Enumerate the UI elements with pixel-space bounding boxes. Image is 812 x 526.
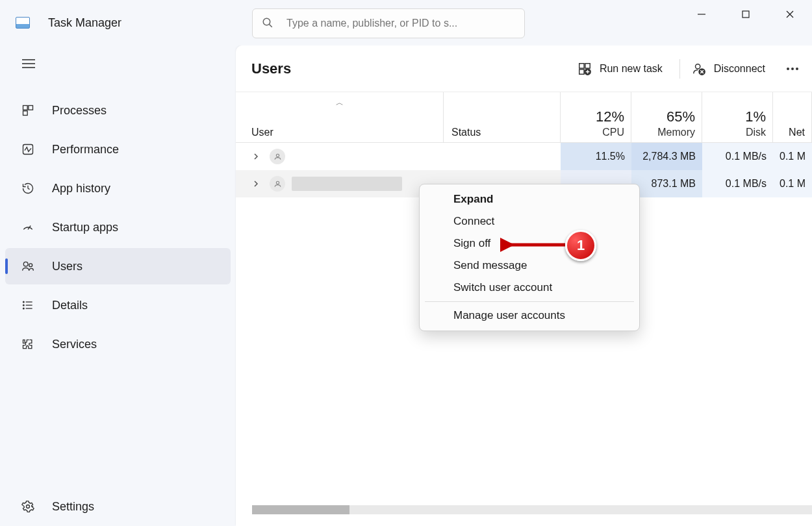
svg-rect-25: [579, 69, 584, 73]
run-task-icon: [577, 62, 592, 76]
list-icon: [21, 298, 35, 312]
sidebar-item-label: Settings: [52, 500, 94, 514]
redacted-username: [292, 177, 402, 191]
net-label: Net: [789, 127, 805, 138]
svg-point-21: [23, 308, 25, 309]
svg-line-1: [270, 24, 272, 27]
svg-point-15: [29, 264, 32, 267]
horizontal-scrollbar[interactable]: [252, 505, 812, 514]
col-user[interactable]: ︿ User: [236, 92, 444, 142]
column-headers: ︿ User Status 12% CPU 65% Memory 1% Disk: [236, 92, 812, 143]
col-user-label: User: [251, 127, 273, 138]
svg-rect-23: [579, 63, 584, 68]
sidebar-item-label: Performance: [52, 143, 119, 157]
page-title: Users: [251, 60, 291, 77]
chevron-up-icon: ︿: [336, 97, 344, 108]
sidebar-item-label: Users: [52, 260, 82, 273]
context-menu: Expand Connect Sign off Send message Swi…: [419, 184, 640, 331]
menu-switch-user[interactable]: Switch user account: [420, 277, 639, 299]
svg-point-0: [263, 18, 270, 25]
disconnect-label: Disconnect: [714, 63, 765, 75]
maximize-button[interactable]: [724, 0, 768, 29]
sidebar-item-performance[interactable]: Performance: [5, 131, 231, 168]
cell-net: 0.1 M: [773, 143, 812, 170]
svg-rect-11: [23, 111, 28, 116]
run-new-task-button[interactable]: Run new task: [570, 56, 670, 81]
minimize-button[interactable]: [679, 0, 724, 29]
activity-icon: [21, 142, 35, 157]
hamburger-button[interactable]: [13, 51, 44, 77]
chevron-right-icon[interactable]: [249, 153, 263, 160]
sidebar-item-label: Startup apps: [52, 221, 118, 234]
svg-point-33: [787, 68, 789, 70]
more-button[interactable]: [778, 56, 807, 82]
sidebar: Processes Performance App history Startu…: [0, 45, 236, 526]
cell-disk: 0.1 MB/s: [702, 170, 773, 197]
disk-label: Disk: [746, 127, 766, 138]
main-header: Users Run new task Disconnect: [236, 45, 812, 92]
app-icon-wrap: [0, 17, 45, 29]
svg-point-14: [23, 262, 28, 266]
puzzle-icon: [21, 337, 35, 351]
col-memory[interactable]: 65% Memory: [631, 92, 702, 142]
cell-memory: 873.1 MB: [631, 170, 702, 197]
menu-expand[interactable]: Expand: [420, 188, 639, 210]
user-avatar-icon: [270, 149, 285, 164]
cell-user: [236, 143, 444, 170]
svg-rect-3: [742, 11, 749, 18]
sidebar-item-processes[interactable]: Processes: [5, 92, 231, 129]
window-controls: [679, 0, 812, 29]
close-button[interactable]: [768, 0, 812, 29]
disconnect-icon: [692, 62, 706, 76]
svg-point-20: [23, 305, 25, 306]
search-box[interactable]: [252, 8, 525, 38]
svg-rect-24: [585, 63, 590, 68]
menu-connect[interactable]: Connect: [420, 210, 639, 232]
cell-disk: 0.1 MB/s: [702, 143, 773, 170]
search-input[interactable]: [286, 18, 515, 29]
user-avatar-icon: [270, 176, 285, 192]
svg-point-35: [796, 68, 798, 70]
app-icon: [16, 17, 30, 29]
svg-point-19: [23, 301, 25, 303]
titlebar: Task Manager: [0, 0, 812, 45]
scrollbar-thumb[interactable]: [252, 505, 349, 514]
chevron-right-icon[interactable]: [249, 181, 263, 187]
svg-point-34: [791, 68, 794, 70]
sidebar-item-label: Processes: [52, 104, 107, 118]
svg-point-29: [695, 64, 700, 68]
sidebar-item-services[interactable]: Services: [5, 326, 231, 362]
menu-sign-off[interactable]: Sign off: [420, 232, 639, 255]
workspace: Processes Performance App history Startu…: [0, 45, 812, 526]
disconnect-button[interactable]: Disconnect: [684, 56, 773, 81]
run-new-task-label: Run new task: [600, 63, 663, 75]
col-cpu[interactable]: 12% CPU: [561, 92, 631, 142]
history-icon: [21, 181, 35, 195]
cpu-label: CPU: [602, 127, 624, 138]
col-disk[interactable]: 1% Disk: [702, 92, 773, 142]
sidebar-item-details[interactable]: Details: [5, 287, 231, 323]
sidebar-item-settings[interactable]: Settings: [5, 488, 231, 525]
cpu-value: 12%: [596, 108, 624, 125]
svg-point-22: [27, 505, 30, 508]
sidebar-item-app-history[interactable]: App history: [5, 170, 231, 207]
sidebar-item-label: Services: [52, 338, 97, 351]
sidebar-item-label: Details: [52, 299, 88, 312]
sidebar-item-label: App history: [52, 182, 110, 195]
svg-rect-10: [29, 106, 33, 110]
app-title: Task Manager: [45, 16, 121, 30]
col-status[interactable]: Status: [444, 92, 561, 142]
table-row[interactable]: 11.5% 2,784.3 MB 0.1 MB/s 0.1 M: [236, 143, 812, 170]
grid-icon: [21, 103, 35, 118]
cell-cpu: 11.5%: [561, 143, 631, 170]
cell-memory: 2,784.3 MB: [631, 143, 702, 170]
search-icon: [262, 17, 273, 31]
col-network[interactable]: Net: [773, 92, 812, 142]
sidebar-item-startup-apps[interactable]: Startup apps: [5, 209, 231, 245]
menu-manage-accounts[interactable]: Manage user accounts: [420, 305, 639, 327]
disk-value: 1%: [745, 108, 766, 125]
cell-status: [444, 143, 561, 170]
sidebar-item-users[interactable]: Users: [5, 248, 231, 284]
menu-send-message[interactable]: Send message: [420, 255, 639, 277]
divider: [679, 59, 680, 79]
